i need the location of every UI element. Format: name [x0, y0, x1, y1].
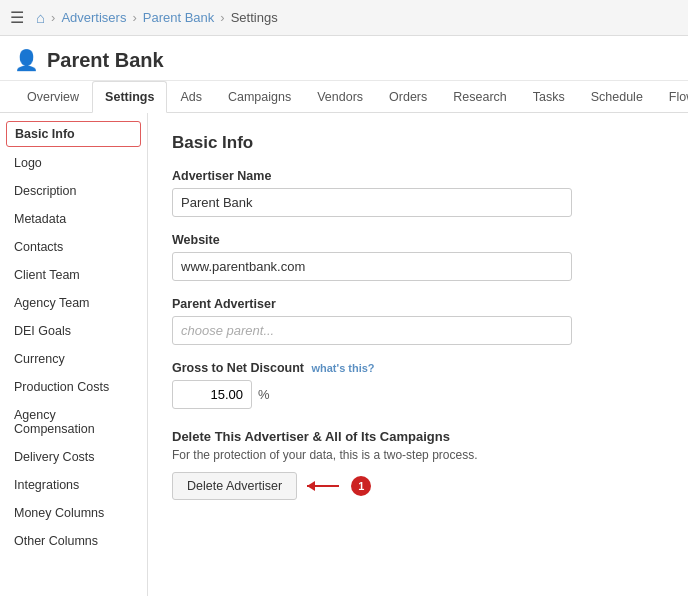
sidebar-item-client-team[interactable]: Client Team — [0, 261, 147, 289]
sidebar-item-currency[interactable]: Currency — [0, 345, 147, 373]
sidebar-item-agency-compensation[interactable]: Agency Compensation — [0, 401, 147, 443]
breadcrumb-sep-3: › — [220, 10, 224, 25]
website-label: Website — [172, 233, 664, 247]
sidebar: Basic Info Logo Description Metadata Con… — [0, 113, 148, 596]
sidebar-item-other-columns[interactable]: Other Columns — [0, 527, 147, 555]
sidebar-item-basic-info[interactable]: Basic Info — [6, 121, 141, 147]
tab-tasks[interactable]: Tasks — [520, 81, 578, 113]
parent-advertiser-group: Parent Advertiser — [172, 297, 664, 345]
hamburger-icon[interactable]: ☰ — [10, 8, 24, 27]
tab-ads[interactable]: Ads — [167, 81, 215, 113]
sidebar-item-description[interactable]: Description — [0, 177, 147, 205]
tabs-row: Overview Settings Ads Campaigns Vendors … — [0, 81, 688, 113]
sidebar-item-contacts[interactable]: Contacts — [0, 233, 147, 261]
website-input[interactable] — [172, 252, 572, 281]
sidebar-item-dei-goals[interactable]: DEI Goals — [0, 317, 147, 345]
discount-row: % — [172, 380, 664, 409]
sidebar-item-metadata[interactable]: Metadata — [0, 205, 147, 233]
breadcrumb-settings: Settings — [231, 10, 278, 25]
whats-this-link[interactable]: what's this? — [311, 362, 374, 374]
sidebar-item-delivery-costs[interactable]: Delivery Costs — [0, 443, 147, 471]
breadcrumb-sep-2: › — [132, 10, 136, 25]
delete-advertiser-button[interactable]: Delete Advertiser — [172, 472, 297, 500]
tab-overview[interactable]: Overview — [14, 81, 92, 113]
page-title: Parent Bank — [47, 49, 164, 72]
breadcrumb-parent-bank[interactable]: Parent Bank — [143, 10, 215, 25]
tab-campaigns[interactable]: Campaigns — [215, 81, 304, 113]
advertiser-name-input[interactable] — [172, 188, 572, 217]
website-group: Website — [172, 233, 664, 281]
tab-vendors[interactable]: Vendors — [304, 81, 376, 113]
advertiser-name-label: Advertiser Name — [172, 169, 664, 183]
top-navbar: ☰ ⌂ › Advertisers › Parent Bank › Settin… — [0, 0, 688, 36]
delete-heading: Delete This Advertiser & All of Its Camp… — [172, 429, 664, 444]
discount-label: Gross to Net Discount what's this? — [172, 361, 664, 375]
sidebar-item-production-costs[interactable]: Production Costs — [0, 373, 147, 401]
sidebar-item-logo[interactable]: Logo — [0, 149, 147, 177]
discount-input[interactable] — [172, 380, 252, 409]
sidebar-item-money-columns[interactable]: Money Columns — [0, 499, 147, 527]
sidebar-item-agency-team[interactable]: Agency Team — [0, 289, 147, 317]
tab-research[interactable]: Research — [440, 81, 520, 113]
tab-schedule[interactable]: Schedule — [578, 81, 656, 113]
home-icon[interactable]: ⌂ — [36, 9, 45, 26]
delete-section: Delete This Advertiser & All of Its Camp… — [172, 429, 664, 500]
page-title-bar: 👤 Parent Bank — [0, 36, 688, 81]
sidebar-item-integrations[interactable]: Integrations — [0, 471, 147, 499]
main-layout: Basic Info Logo Description Metadata Con… — [0, 113, 688, 596]
parent-advertiser-label: Parent Advertiser — [172, 297, 664, 311]
arrow-annotation: 1 — [307, 476, 371, 496]
breadcrumb-advertisers[interactable]: Advertisers — [61, 10, 126, 25]
step-badge: 1 — [351, 476, 371, 496]
tab-orders[interactable]: Orders — [376, 81, 440, 113]
content-heading: Basic Info — [172, 133, 664, 153]
tab-flowchart[interactable]: Flowchart — [656, 81, 688, 113]
advertiser-name-group: Advertiser Name — [172, 169, 664, 217]
content-area: Basic Info Advertiser Name Website Paren… — [148, 113, 688, 596]
parent-advertiser-input[interactable] — [172, 316, 572, 345]
discount-group: Gross to Net Discount what's this? % — [172, 361, 664, 409]
delete-description: For the protection of your data, this is… — [172, 448, 664, 462]
breadcrumb-sep-1: › — [51, 10, 55, 25]
red-arrow-icon — [307, 479, 347, 493]
discount-percent-symbol: % — [258, 387, 270, 402]
tab-settings[interactable]: Settings — [92, 81, 167, 113]
delete-btn-row: Delete Advertiser 1 — [172, 472, 664, 500]
advertiser-icon: 👤 — [14, 48, 39, 72]
